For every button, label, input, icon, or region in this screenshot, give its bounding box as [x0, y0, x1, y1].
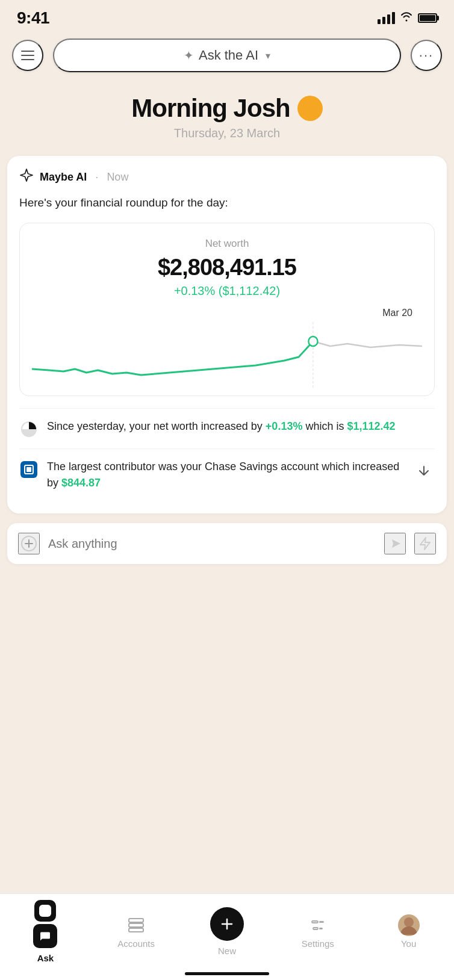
accounts-nav-icon	[125, 914, 147, 936]
net-worth-chart	[32, 322, 422, 388]
ask-input[interactable]	[48, 537, 376, 551]
greeting-date: Thursday, 23 March	[12, 126, 442, 140]
net-worth-label: Net worth	[32, 238, 422, 250]
sparkle-icon: ✦	[184, 48, 194, 63]
status-icons	[378, 12, 437, 25]
send-button[interactable]	[384, 533, 406, 554]
top-bar: ✦ Ask the AI ▾ ···	[0, 33, 454, 82]
nav-item-accounts[interactable]: Accounts	[112, 914, 160, 949]
nav-settings-label: Settings	[302, 938, 334, 949]
ask-icon-bg	[33, 924, 57, 948]
settings-nav-icon	[307, 914, 329, 936]
ai-timestamp: Now	[107, 171, 128, 184]
status-time: 9:41	[17, 8, 49, 28]
bottom-nav: Ask Accounts New	[0, 893, 454, 980]
sun-emoji	[297, 96, 323, 121]
ai-dot: ·	[95, 171, 98, 184]
more-dots-icon: ···	[419, 48, 434, 63]
nav-ask-label: Ask	[37, 953, 54, 963]
signal-icon	[378, 12, 395, 24]
chase-icon	[19, 460, 39, 479]
svg-rect-12	[319, 921, 324, 923]
insight-item-1: Since yesterday, your net worth increase…	[19, 408, 435, 448]
ai-name: Maybe AI	[40, 171, 87, 184]
greeting-title: Morning Josh	[12, 94, 442, 123]
svg-rect-8	[129, 919, 143, 922]
svg-rect-5	[26, 467, 31, 472]
ai-sparkle-icon	[19, 168, 34, 186]
new-nav-button[interactable]	[210, 907, 244, 941]
svg-rect-11	[312, 921, 318, 923]
net-worth-amount: $2,808,491.15	[32, 255, 422, 281]
svg-point-1	[308, 336, 317, 346]
more-button[interactable]: ···	[411, 40, 442, 71]
ai-card-header: Maybe AI · Now	[19, 168, 435, 186]
bolt-button[interactable]	[414, 533, 436, 554]
wifi-icon	[400, 12, 413, 25]
chevron-down-icon: ▾	[266, 50, 270, 61]
nav-accounts-label: Accounts	[117, 938, 155, 949]
nav-item-new[interactable]: New	[203, 907, 251, 956]
ai-intro-text: Here's your financial roundup for the da…	[19, 194, 435, 212]
nav-you-label: You	[401, 938, 416, 949]
home-indicator	[185, 972, 269, 975]
menu-button[interactable]	[12, 40, 43, 71]
ask-ai-label: Ask the AI	[199, 48, 258, 63]
hamburger-icon	[21, 51, 34, 60]
net-worth-chart-card: Net worth $2,808,491.15 +0.13% ($1,112.4…	[19, 223, 435, 396]
pie-chart-icon	[19, 420, 39, 439]
svg-rect-13	[313, 928, 318, 929]
nav-item-you[interactable]: You	[385, 914, 433, 949]
insight-text-1: Since yesterday, your net worth increase…	[47, 418, 435, 435]
expand-button[interactable]	[413, 460, 435, 482]
battery-icon	[418, 13, 437, 23]
net-worth-change: +0.13% ($1,112.42)	[32, 284, 422, 298]
chart-container: Mar 20	[32, 308, 422, 386]
chart-date-label: Mar 20	[382, 308, 412, 318]
nav-new-label: New	[218, 946, 236, 956]
svg-rect-10	[129, 928, 143, 932]
insight-percentage: +0.13%	[266, 420, 303, 432]
input-area	[7, 523, 447, 564]
insight-item-2: The largest contributor was your Chase S…	[19, 448, 435, 502]
status-bar: 9:41	[0, 0, 454, 33]
ask-nav-icon	[34, 900, 56, 922]
you-nav-icon	[398, 914, 420, 936]
greeting-section: Morning Josh Thursday, 23 March	[0, 82, 454, 146]
nav-item-settings[interactable]: Settings	[294, 914, 342, 949]
input-plus-button[interactable]	[18, 533, 40, 554]
insight-chase-amount: $844.87	[61, 477, 101, 489]
svg-point-15	[404, 917, 414, 927]
insight-amount: $1,112.42	[347, 420, 395, 432]
ask-ai-button[interactable]: ✦ Ask the AI ▾	[53, 39, 401, 72]
svg-rect-14	[319, 928, 323, 929]
ai-card: Maybe AI · Now Here's your financial rou…	[7, 156, 447, 513]
insight-text-2: The largest contributor was your Chase S…	[47, 459, 405, 492]
svg-rect-9	[129, 923, 143, 927]
nav-item-ask[interactable]: Ask	[21, 900, 69, 963]
